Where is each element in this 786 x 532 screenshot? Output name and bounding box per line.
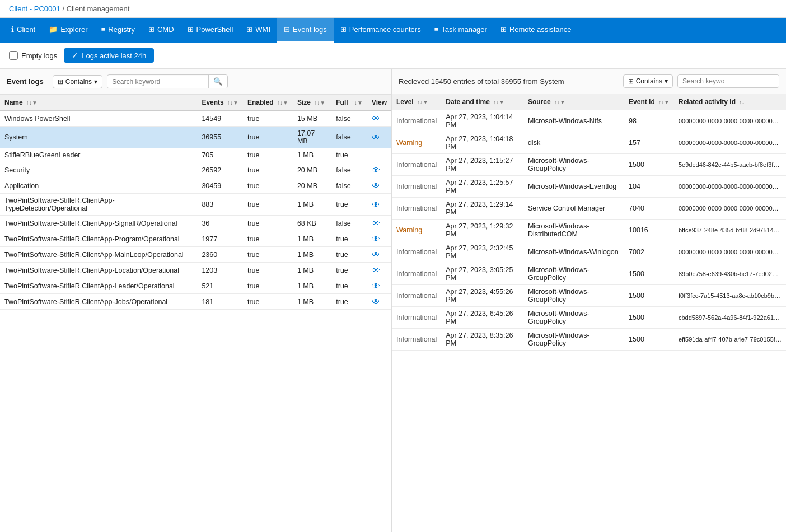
cell-full: true xyxy=(331,247,367,263)
view-icon[interactable]: 👁 xyxy=(372,281,380,291)
nav-item-registry[interactable]: ≡Registry xyxy=(95,18,142,43)
view-icon[interactable]: 👁 xyxy=(372,297,380,306)
nav-label-taskmanager: Task manager xyxy=(441,25,487,34)
entry-row[interactable]: Warning Apr 27, 2023, 1:04:18 PM disk 15… xyxy=(392,132,786,154)
view-icon[interactable]: 👁 xyxy=(372,165,380,175)
entry-row[interactable]: Informational Apr 27, 2023, 3:05:25 PM M… xyxy=(392,263,786,285)
cell-source: Microsoft-Windows-GroupPolicy xyxy=(523,307,624,329)
nav-item-performance[interactable]: ⊞Performance counters xyxy=(334,18,428,43)
view-icon[interactable]: 👁 xyxy=(372,265,380,275)
entry-row[interactable]: Informational Apr 27, 2023, 1:29:14 PM S… xyxy=(392,198,786,220)
entry-row[interactable]: Informational Apr 27, 2023, 1:15:27 PM M… xyxy=(392,154,786,176)
nav-item-wmi[interactable]: ⊞WMI xyxy=(240,18,277,43)
entry-row[interactable]: Informational Apr 27, 2023, 2:32:45 PM M… xyxy=(392,241,786,263)
right-search-input[interactable] xyxy=(678,75,779,87)
col-eventid[interactable]: Event Id ↑↓▼ xyxy=(624,94,674,110)
cell-level: Informational xyxy=(392,263,441,285)
entry-row[interactable]: Informational Apr 27, 2023, 1:25:57 PM M… xyxy=(392,176,786,198)
view-icon[interactable]: 👁 xyxy=(372,133,380,142)
col-full[interactable]: Full ↑↓▼ xyxy=(331,95,367,111)
cell-enabled: true xyxy=(243,127,293,148)
cell-full: false xyxy=(331,111,367,127)
cell-level: Informational xyxy=(392,154,441,176)
cell-size: 68 KB xyxy=(293,216,331,231)
col-events[interactable]: Events ↑↓▼ xyxy=(197,95,243,111)
nav-item-explorer[interactable]: 📁Explorer xyxy=(42,18,94,43)
nav-item-powershell[interactable]: ⊞PowerShell xyxy=(181,18,240,43)
right-filter-dropdown[interactable]: ⊞ Contains ▾ xyxy=(623,74,673,88)
nav-item-remote[interactable]: ⊞Remote assistance xyxy=(494,18,578,43)
cell-relatedid: 00000000-0000-0000-0000-000000000000 xyxy=(674,241,786,263)
cell-events: 705 xyxy=(197,148,243,162)
cell-relatedid: 00000000-0000-0000-0000-000000000000 xyxy=(674,132,786,154)
view-icon[interactable]: 👁 xyxy=(372,181,380,190)
cell-view: 👁 xyxy=(367,263,391,278)
cell-source: Microsoft-Windows-DistributedCOM xyxy=(523,220,624,241)
cell-datetime: Apr 27, 2023, 4:55:26 PM xyxy=(441,285,523,307)
cell-view xyxy=(367,148,391,162)
col-relatedid[interactable]: Related activity Id ↑↓ xyxy=(674,94,786,110)
event-log-row[interactable]: Windows PowerShell 14549 true 15 MB fals… xyxy=(0,111,391,127)
breadcrumb-link[interactable]: Client - PC0001 xyxy=(9,4,60,13)
event-log-row[interactable]: TwoPintSoftware-StifleR.ClientApp-Jobs/O… xyxy=(0,294,391,310)
cell-relatedid: cbdd5897-562a-4a96-84f1-922a61c50370 xyxy=(674,307,786,329)
nav-item-cmd[interactable]: ⊞CMD xyxy=(142,18,181,43)
event-log-row[interactable]: System 36955 true 17.07 MB false 👁 xyxy=(0,127,391,148)
active-logs-badge[interactable]: ✓ Logs active last 24h xyxy=(64,48,154,63)
view-icon[interactable]: 👁 xyxy=(372,250,380,259)
entry-row[interactable]: Informational Apr 27, 2023, 1:04:14 PM M… xyxy=(392,110,786,132)
nav-icon-explorer: 📁 xyxy=(49,25,58,34)
cell-view: 👁 xyxy=(367,111,391,127)
cell-name: Security xyxy=(0,162,197,178)
nav-icon-taskmanager: ≡ xyxy=(434,25,439,34)
entry-row[interactable]: Informational Apr 27, 2023, 6:45:26 PM M… xyxy=(392,307,786,329)
view-icon[interactable]: 👁 xyxy=(372,200,380,209)
cell-relatedid: 00000000-0000-0000-0000-000000000000 xyxy=(674,198,786,220)
left-filter-dropdown[interactable]: ⊞ Contains ▾ xyxy=(53,75,102,88)
event-log-row[interactable]: TwoPintSoftware-StifleR.ClientApp-TypeDe… xyxy=(0,194,391,216)
event-log-row[interactable]: TwoPintSoftware-StifleR.ClientApp-MainLo… xyxy=(0,247,391,263)
view-icon[interactable]: 👁 xyxy=(372,218,380,228)
left-search-input[interactable] xyxy=(107,76,208,88)
col-level[interactable]: Level ↑↓▼ xyxy=(392,94,441,110)
cell-size: 17.07 MB xyxy=(293,127,331,148)
event-log-row[interactable]: StifleRBlueGreenLeader 705 true 1 MB tru… xyxy=(0,148,391,162)
cell-events: 521 xyxy=(197,278,243,294)
nav-item-client[interactable]: ℹClient xyxy=(4,18,42,43)
entries-table-header: Level ↑↓▼ Date and time ↑↓▼ Source ↑↓▼ E… xyxy=(392,94,786,110)
cell-level: Informational xyxy=(392,329,441,351)
cell-events: 2360 xyxy=(197,247,243,263)
cell-eventid: 7040 xyxy=(624,198,674,220)
nav-item-eventlogs[interactable]: ⊞Event logs xyxy=(277,18,334,43)
entry-row[interactable]: Informational Apr 27, 2023, 4:55:26 PM M… xyxy=(392,285,786,307)
event-log-row[interactable]: Security 26592 true 20 MB false 👁 xyxy=(0,162,391,178)
col-source[interactable]: Source ↑↓▼ xyxy=(523,94,624,110)
view-icon[interactable]: 👁 xyxy=(372,234,380,244)
entry-row[interactable]: Warning Apr 27, 2023, 1:29:32 PM Microso… xyxy=(392,220,786,241)
event-log-row[interactable]: TwoPintSoftware-StifleR.ClientApp-Leader… xyxy=(0,278,391,294)
event-log-row[interactable]: Application 30459 true 20 MB false 👁 xyxy=(0,178,391,194)
cell-events: 1203 xyxy=(197,263,243,278)
empty-logs-checkbox-label[interactable]: Empty logs xyxy=(9,51,57,60)
cell-name: TwoPintSoftware-StifleR.ClientApp-Jobs/O… xyxy=(0,294,197,310)
col-datetime[interactable]: Date and time ↑↓▼ xyxy=(441,94,523,110)
left-search-button[interactable]: 🔍 xyxy=(208,75,227,88)
col-enabled[interactable]: Enabled ↑↓▼ xyxy=(243,95,293,111)
cell-level: Informational xyxy=(392,241,441,263)
empty-logs-checkbox[interactable] xyxy=(9,51,18,60)
nav-label-cmd: CMD xyxy=(157,25,174,34)
event-log-row[interactable]: TwoPintSoftware-StifleR.ClientApp-Signal… xyxy=(0,216,391,231)
event-log-row[interactable]: TwoPintSoftware-StifleR.ClientApp-Progra… xyxy=(0,231,391,247)
nav-item-taskmanager[interactable]: ≡Task manager xyxy=(428,18,494,43)
cell-eventid: 104 xyxy=(624,176,674,198)
empty-logs-label: Empty logs xyxy=(21,52,57,60)
event-log-row[interactable]: TwoPintSoftware-StifleR.ClientApp-Locati… xyxy=(0,263,391,278)
view-icon[interactable]: 👁 xyxy=(372,114,380,123)
col-size[interactable]: Size ↑↓▼ xyxy=(293,95,331,111)
col-name[interactable]: Name ↑↓▼ xyxy=(0,95,197,111)
cell-eventid: 1500 xyxy=(624,307,674,329)
col-view: View xyxy=(367,95,391,111)
entry-row[interactable]: Informational Apr 27, 2023, 8:35:26 PM M… xyxy=(392,329,786,351)
cell-eventid: 1500 xyxy=(624,285,674,307)
cell-datetime: Apr 27, 2023, 1:25:57 PM xyxy=(441,176,523,198)
